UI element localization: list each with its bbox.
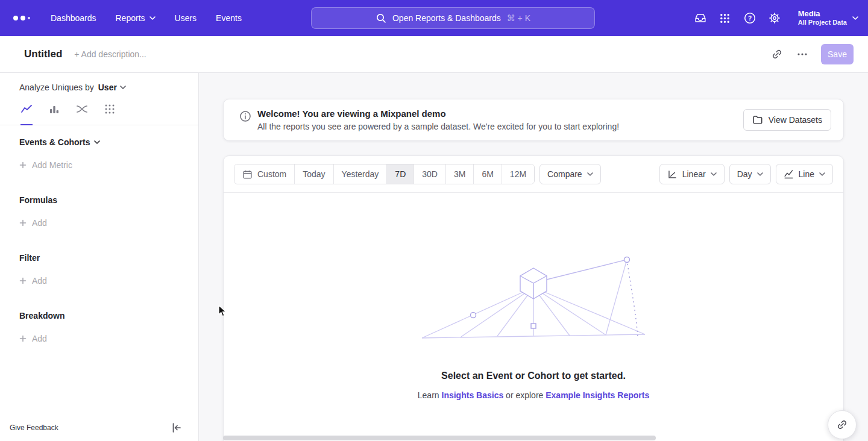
metric-type-tabs xyxy=(0,92,198,125)
query-builder-sidebar: Analyze Uniques by User Events & Cohorts xyxy=(0,73,199,441)
custom-date-button[interactable]: Custom xyxy=(234,164,295,184)
plus-icon xyxy=(19,219,27,227)
search-shortcut: ⌘ + K xyxy=(507,13,530,23)
line-chart-icon xyxy=(20,103,33,115)
tab-line-chart[interactable] xyxy=(20,103,33,125)
linear-scale-icon xyxy=(667,169,678,180)
banner-text: Welcome! You are viewing a Mixpanel demo… xyxy=(257,108,619,131)
date-range-segmented-control: Custom Today Yesterday 7D 30D 3M 6M 12M xyxy=(234,164,535,184)
plus-icon xyxy=(19,335,27,342)
demo-banner: Welcome! You are viewing a Mixpanel demo… xyxy=(223,99,844,141)
apps-grid-icon[interactable] xyxy=(718,11,732,25)
plus-icon xyxy=(19,277,27,284)
analyze-uniques-row: Analyze Uniques by User xyxy=(0,73,198,92)
insights-basics-link[interactable]: Insights Basics xyxy=(442,390,504,400)
folder-icon xyxy=(752,114,763,125)
give-feedback-link[interactable]: Give Feedback xyxy=(10,424,58,432)
report-header: Untitled + Add description... Save xyxy=(0,36,868,73)
nav-dashboards[interactable]: Dashboards xyxy=(51,13,96,23)
range-yesterday-button[interactable]: Yesterday xyxy=(334,164,388,184)
chevron-down-icon xyxy=(757,172,763,176)
copy-link-icon[interactable] xyxy=(770,48,784,61)
sidebar-footer: Give Feedback xyxy=(0,414,198,441)
events-cohorts-header[interactable]: Events & Cohorts xyxy=(0,137,198,147)
chevron-down-icon xyxy=(852,16,858,20)
formulas-header: Formulas xyxy=(0,195,198,205)
banner-title: Welcome! You are viewing a Mixpanel demo xyxy=(257,108,619,119)
info-icon xyxy=(239,110,251,122)
search-icon xyxy=(376,13,386,23)
breakdown-header: Breakdown xyxy=(0,311,198,321)
logo-dot xyxy=(13,16,18,20)
insights-report-card: Custom Today Yesterday 7D 30D 3M 6M 12M … xyxy=(223,155,844,441)
flows-icon xyxy=(76,103,88,115)
chevron-down-icon xyxy=(587,172,593,176)
range-12m-button[interactable]: 12M xyxy=(502,164,534,184)
filter-header: Filter xyxy=(0,253,198,263)
bar-chart-icon xyxy=(48,103,60,115)
mixpanel-logo[interactable] xyxy=(13,16,31,20)
horizontal-scrollbar[interactable] xyxy=(223,436,656,440)
gear-icon[interactable] xyxy=(767,11,782,25)
compare-dropdown[interactable]: Compare xyxy=(539,164,601,184)
empty-state: Select an Event or Cohort to get started… xyxy=(224,252,843,400)
analyze-label: Analyze Uniques by xyxy=(19,83,94,92)
chevron-down-icon xyxy=(94,140,100,144)
share-link-fab[interactable] xyxy=(828,410,857,439)
calendar-icon xyxy=(242,169,253,180)
example-insights-reports-link[interactable]: Example Insights Reports xyxy=(546,390,649,400)
chevron-down-icon xyxy=(120,86,126,89)
empty-state-title: Select an Event or Cohort to get started… xyxy=(224,371,843,381)
chevron-down-icon xyxy=(819,172,825,176)
nav-users[interactable]: Users xyxy=(175,13,197,23)
collapse-sidebar-icon[interactable] xyxy=(171,422,183,434)
logo-dot xyxy=(20,16,25,20)
range-7d-button[interactable]: 7D xyxy=(387,164,414,184)
report-description-placeholder[interactable]: + Add description... xyxy=(74,49,146,59)
search-placeholder: Open Reports & Dashboards xyxy=(392,13,501,23)
banner-body: All the reports you see are powered by a… xyxy=(257,122,619,131)
chart-toolbar: Custom Today Yesterday 7D 30D 3M 6M 12M … xyxy=(224,156,843,193)
plus-icon xyxy=(19,161,27,169)
chevron-down-icon xyxy=(711,172,717,176)
top-nav: Dashboards Reports Users Events Open Rep… xyxy=(0,0,868,36)
project-text: Media All Project Data xyxy=(798,9,847,27)
mixpanel-insights-page: Dashboards Reports Users Events Open Rep… xyxy=(0,0,868,441)
more-options-icon[interactable] xyxy=(796,48,809,61)
main-content: Welcome! You are viewing a Mixpanel demo… xyxy=(199,73,868,441)
view-datasets-button[interactable]: View Datasets xyxy=(743,109,831,131)
chevron-down-icon xyxy=(149,16,156,20)
range-30d-button[interactable]: 30D xyxy=(414,164,446,184)
logo-dot xyxy=(28,17,30,19)
range-today-button[interactable]: Today xyxy=(295,164,333,184)
save-button[interactable]: Save xyxy=(821,44,854,64)
link-icon xyxy=(836,419,848,431)
add-formula-button[interactable]: Add xyxy=(0,218,198,228)
scale-dropdown[interactable]: Linear xyxy=(659,164,725,184)
range-6m-button[interactable]: 6M xyxy=(474,164,502,184)
project-subtitle: All Project Data xyxy=(798,19,847,27)
granularity-dropdown[interactable]: Day xyxy=(729,164,771,184)
tab-flows[interactable] xyxy=(76,103,88,125)
project-name: Media xyxy=(798,9,847,19)
empty-state-illustration xyxy=(419,252,648,343)
add-metric-button[interactable]: Add Metric xyxy=(0,160,198,170)
tab-bar-chart[interactable] xyxy=(48,103,60,125)
inbox-icon[interactable] xyxy=(693,11,708,25)
line-chart-icon xyxy=(784,169,794,180)
empty-state-links: Learn Insights Basics or explore Example… xyxy=(224,390,843,400)
help-icon[interactable]: ? xyxy=(743,11,757,25)
add-breakdown-button[interactable]: Add xyxy=(0,334,198,343)
report-title[interactable]: Untitled xyxy=(24,48,62,60)
add-filter-button[interactable]: Add xyxy=(0,276,198,286)
tab-grid[interactable] xyxy=(104,103,116,125)
chart-type-dropdown[interactable]: Line xyxy=(776,164,833,184)
project-selector[interactable]: Media All Project Data xyxy=(798,9,858,27)
nav-events[interactable]: Events xyxy=(216,13,242,23)
svg-text:?: ? xyxy=(748,15,752,22)
nav-reports[interactable]: Reports xyxy=(116,13,156,23)
grid-dots-icon xyxy=(104,103,116,115)
analyze-by-dropdown[interactable]: User xyxy=(98,83,126,92)
range-3m-button[interactable]: 3M xyxy=(446,164,474,184)
global-search-input[interactable]: Open Reports & Dashboards ⌘ + K xyxy=(311,7,595,29)
